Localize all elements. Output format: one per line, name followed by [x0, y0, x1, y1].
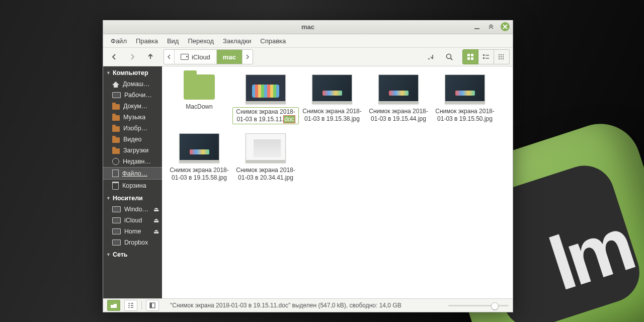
drive-icon [112, 206, 121, 212]
chevron-down-icon: ▼ [106, 70, 111, 75]
folder-icon [184, 74, 215, 100]
file-item[interactable]: Снимок экрана 2018-01-03 в 20.34.41.jpg [232, 133, 299, 182]
path-drive-label: iCloud [192, 53, 210, 61]
path-prev-button[interactable] [164, 50, 175, 64]
close-sidebar-button[interactable] [146, 300, 159, 311]
path-bar: iCloud mac [164, 49, 253, 64]
svg-rect-6 [471, 57, 473, 60]
sidebar-item-home-drive[interactable]: Home⏏ [103, 226, 162, 237]
image-thumbnail [246, 74, 286, 104]
svg-rect-19 [503, 58, 504, 59]
sidebar-item-windows[interactable]: Windo…⏏ [103, 204, 162, 215]
minimize-button[interactable] [472, 22, 481, 31]
up-button[interactable] [142, 49, 158, 64]
separator [141, 301, 142, 310]
folder-icon [112, 115, 120, 121]
svg-rect-16 [503, 56, 504, 57]
file-name: Снимок экрана 2018-01-03 в 19.15.44.jpg [365, 107, 432, 123]
path-segment-drive[interactable]: iCloud [175, 50, 217, 64]
image-thumbnail [378, 74, 419, 104]
folder-icon [112, 104, 120, 110]
sidebar-item-pictures[interactable]: Изобр… [103, 123, 162, 134]
svg-point-2 [447, 54, 451, 59]
path-next-button[interactable] [243, 50, 253, 64]
file-item[interactable]: Снимок экрана 2018-01-03 в 19.15.44.jpg [365, 74, 432, 124]
places-toggle-button[interactable] [107, 300, 120, 311]
filename-extension-selected[interactable]: doc [284, 116, 294, 123]
menu-edit[interactable]: Правка [132, 36, 162, 46]
menu-file[interactable]: Файл [107, 36, 130, 46]
path-segment-current[interactable]: mac [217, 50, 243, 64]
sidebar-item-videos[interactable]: Видео [103, 134, 162, 145]
chevron-down-icon: ▼ [106, 196, 111, 201]
titlebar[interactable]: mac [103, 20, 513, 34]
toggle-location-button[interactable] [423, 49, 439, 64]
close-button[interactable] [501, 22, 510, 31]
eject-icon[interactable]: ⏏ [153, 206, 159, 213]
folder-icon [112, 126, 120, 132]
home-icon [112, 82, 119, 85]
svg-rect-15 [501, 56, 502, 57]
sidebar-item-recent[interactable]: Недавн… [103, 156, 162, 167]
chevron-down-icon: ▼ [106, 252, 111, 257]
sidebar-section-media[interactable]: ▼Носители [103, 192, 162, 204]
menu-go[interactable]: Переход [184, 36, 217, 46]
sidebar: ▼Компьютер Домаш… Рабочи… Докум… Музыка … [103, 66, 162, 298]
forward-button[interactable] [124, 49, 140, 64]
desktop-icon [112, 92, 121, 98]
sidebar-item-icloud[interactable]: iCloud⏏ [103, 215, 162, 226]
folder-icon [112, 148, 120, 154]
svg-rect-21 [150, 303, 152, 308]
file-item[interactable]: Снимок экрана 2018-01-03 в 19.15.11.doc [232, 74, 299, 124]
back-button[interactable] [106, 49, 122, 64]
zoom-slider[interactable] [448, 305, 509, 306]
sidebar-item-music[interactable]: Музыка [103, 112, 162, 123]
menu-bookmarks[interactable]: Закладки [219, 36, 255, 46]
trash-icon [112, 182, 119, 190]
view-icons-button[interactable] [462, 49, 478, 64]
sidebar-item-home[interactable]: Домаш… [103, 78, 162, 90]
eject-icon[interactable]: ⏏ [153, 228, 159, 235]
view-compact-button[interactable] [494, 49, 510, 64]
svg-rect-18 [501, 58, 502, 59]
sidebar-section-network[interactable]: ▼Сеть [103, 248, 162, 260]
view-list-button[interactable] [478, 49, 494, 64]
sidebar-item-documents[interactable]: Докум… [103, 101, 162, 112]
drive-icon [112, 217, 121, 223]
image-thumbnail [312, 74, 352, 104]
search-button[interactable] [441, 49, 457, 64]
file-name: Снимок экрана 2018-01-03 в 19.15.58.jpg [166, 166, 232, 182]
drive-icon [181, 54, 189, 60]
desktop-background: lm mac Файл Правка Вид Переход Закладки … [0, 0, 644, 322]
folder-icon [112, 137, 120, 143]
image-thumbnail [246, 133, 286, 163]
file-grid[interactable]: MacDownСнимок экрана 2018-01-03 в 19.15.… [162, 66, 513, 298]
toolbar: iCloud mac [103, 48, 513, 66]
svg-rect-17 [499, 58, 500, 59]
image-thumbnail [445, 74, 485, 104]
sidebar-section-computer[interactable]: ▼Компьютер [103, 66, 162, 78]
menu-help[interactable]: Справка [257, 36, 289, 46]
clock-icon [112, 158, 119, 165]
tree-toggle-button[interactable] [124, 300, 137, 311]
eject-icon[interactable]: ⏏ [153, 217, 159, 224]
file-name: Снимок экрана 2018-01-03 в 19.15.11.doc [232, 107, 299, 124]
sidebar-item-filesystem[interactable]: Файло… [103, 167, 162, 180]
sidebar-item-dropbox[interactable]: Dropbox [103, 237, 162, 248]
file-item[interactable]: Снимок экрана 2018-01-03 в 19.15.50.jpg [432, 74, 498, 124]
file-item[interactable]: MacDown [166, 74, 232, 124]
menu-view[interactable]: Вид [164, 36, 183, 46]
file-name: Снимок экрана 2018-01-03 в 19.15.50.jpg [432, 107, 498, 123]
file-name: Снимок экрана 2018-01-03 в 20.34.41.jpg [232, 166, 299, 182]
sidebar-item-downloads[interactable]: Загрузки [103, 145, 162, 156]
sidebar-item-trash[interactable]: Корзина [103, 180, 162, 192]
svg-rect-13 [503, 54, 504, 55]
file-item[interactable]: Снимок экрана 2018-01-03 в 19.15.38.jpg [299, 74, 365, 124]
file-item[interactable]: Снимок экрана 2018-01-03 в 19.15.58.jpg [166, 133, 232, 182]
file-manager-window: mac Файл Правка Вид Переход Закладки Спр… [103, 20, 513, 312]
status-text: "Снимок экрана 2018-01-03 в 19.15.11.doc… [163, 302, 444, 309]
maximize-button[interactable] [487, 22, 496, 31]
window-title: mac [103, 23, 513, 31]
svg-rect-11 [499, 54, 500, 55]
sidebar-item-desktop[interactable]: Рабочи… [103, 90, 162, 101]
